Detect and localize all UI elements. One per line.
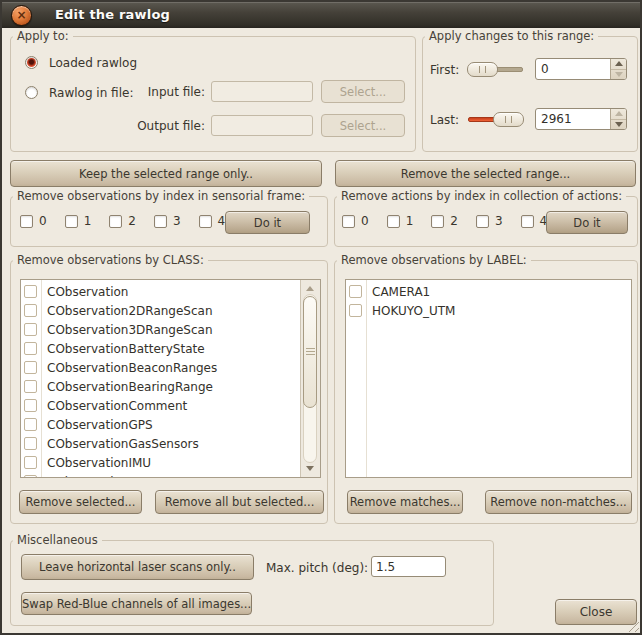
window-close-button[interactable]: × xyxy=(11,5,32,26)
class-name-label: CObservationImage xyxy=(47,475,166,479)
checkbox[interactable] xyxy=(65,215,78,228)
first-spinbox[interactable]: 0 xyxy=(535,58,627,80)
remove-non-matches-button[interactable]: Remove non-matches... xyxy=(485,490,632,514)
swap-red-blue-button[interactable]: Swap Red-Blue channels of all images... xyxy=(21,592,252,615)
class-list-item[interactable]: CObservationImage xyxy=(21,472,301,478)
select-input-button[interactable]: Select... xyxy=(321,80,405,103)
checkbox[interactable] xyxy=(20,215,33,228)
last-spin-up-button[interactable] xyxy=(611,109,626,119)
sensorial-index-item[interactable]: 3 xyxy=(154,214,181,228)
class-list-item[interactable]: CObservationGasSensors xyxy=(21,434,301,453)
radio-loaded-rawlog-label: Loaded rawlog xyxy=(49,56,137,70)
max-pitch-value: 1.5 xyxy=(376,560,395,574)
sensorial-index-item[interactable]: 4 xyxy=(199,214,226,228)
actions-index-legend: Remove actions by index in collection of… xyxy=(337,189,626,203)
label-list-item[interactable]: HOKUYO_UTM xyxy=(346,301,631,320)
checkbox[interactable] xyxy=(24,418,37,431)
select-output-button[interactable]: Select... xyxy=(321,114,405,137)
actions-index-item[interactable]: 0 xyxy=(342,214,369,228)
sensor-label: CAMERA1 xyxy=(372,285,430,299)
checkbox[interactable] xyxy=(387,215,400,228)
remove-all-but-selected-button[interactable]: Remove all but selected... xyxy=(155,490,324,514)
class-list-item[interactable]: CObservation3DRangeScan xyxy=(21,320,301,339)
scroll-up-icon[interactable] xyxy=(306,286,314,291)
remove-selected-button[interactable]: Remove selected... xyxy=(19,490,142,514)
class-list-item[interactable]: CObservationBatteryState xyxy=(21,339,301,358)
last-slider[interactable] xyxy=(467,112,524,126)
scrollbar-thumb[interactable] xyxy=(303,296,317,408)
sensorial-index-item[interactable]: 0 xyxy=(20,214,47,228)
checkbox[interactable] xyxy=(24,456,37,469)
checkbox[interactable] xyxy=(199,215,212,228)
label-checklist[interactable]: CAMERA1 HOKUYO_UTM xyxy=(345,279,632,478)
class-list-item[interactable]: CObservation2DRangeScan xyxy=(21,301,301,320)
index-label: 0 xyxy=(39,214,47,228)
first-slider-track[interactable] xyxy=(494,67,523,72)
last-spinbox[interactable]: 2961 xyxy=(535,108,627,130)
actions-index-item[interactable]: 1 xyxy=(387,214,414,228)
last-spin-buttons xyxy=(610,109,626,129)
window-title: Edit the rawlog xyxy=(55,7,170,22)
class-name-label: CObservationGasSensors xyxy=(47,437,199,451)
class-list-item[interactable]: CObservationComment xyxy=(21,396,301,415)
checkbox[interactable] xyxy=(24,437,37,450)
checkbox[interactable] xyxy=(24,304,37,317)
first-spin-buttons xyxy=(610,59,626,79)
class-list-item[interactable]: CObservationBearingRange xyxy=(21,377,301,396)
checkbox[interactable] xyxy=(349,285,362,298)
actions-index-item[interactable]: 2 xyxy=(431,214,458,228)
close-button[interactable]: Close xyxy=(555,599,637,625)
first-slider-thumb[interactable] xyxy=(467,62,498,77)
checkbox[interactable] xyxy=(24,323,37,336)
sensorial-do-it-button[interactable]: Do it xyxy=(225,211,310,234)
first-spin-up-button[interactable] xyxy=(611,59,626,69)
actions-index-item[interactable]: 3 xyxy=(476,214,503,228)
index-label: 3 xyxy=(495,214,503,228)
last-spin-value: 2961 xyxy=(536,112,610,126)
range-group: Apply changes to this range: First: 0 La… xyxy=(422,36,638,152)
class-list-item[interactable]: CObservationBeaconRanges xyxy=(21,358,301,377)
checkbox[interactable] xyxy=(109,215,122,228)
checkbox[interactable] xyxy=(24,285,37,298)
index-label: 1 xyxy=(406,214,414,228)
scroll-down-icon[interactable] xyxy=(306,466,314,471)
class-name-label: CObservationBeaconRanges xyxy=(47,361,217,375)
first-spin-down-button[interactable] xyxy=(611,69,626,80)
class-list-scrollbar[interactable] xyxy=(300,280,320,477)
radio-loaded-rawlog[interactable] xyxy=(25,56,38,69)
checkbox[interactable] xyxy=(476,215,489,228)
sensorial-index-item[interactable]: 2 xyxy=(109,214,136,228)
radio-rawlog-in-file[interactable] xyxy=(25,86,38,99)
sensorial-index-item[interactable]: 1 xyxy=(65,214,92,228)
checkbox[interactable] xyxy=(154,215,167,228)
class-list-item[interactable]: CObservationIMU xyxy=(21,453,301,472)
first-slider[interactable] xyxy=(467,62,524,76)
checkbox[interactable] xyxy=(342,215,355,228)
checkbox[interactable] xyxy=(24,342,37,355)
checkbox[interactable] xyxy=(349,304,362,317)
keep-selected-range-button[interactable]: Keep the selected range only.. xyxy=(10,160,322,187)
checkbox[interactable] xyxy=(24,361,37,374)
input-file-field[interactable] xyxy=(211,81,313,102)
checkbox[interactable] xyxy=(24,475,37,478)
checkbox[interactable] xyxy=(24,380,37,393)
output-file-field[interactable] xyxy=(211,115,313,136)
actions-do-it-button[interactable]: Do it xyxy=(546,211,628,234)
slider-grip-icon xyxy=(505,116,512,123)
max-pitch-field[interactable]: 1.5 xyxy=(371,556,446,577)
class-list-item[interactable]: CObservationGPS xyxy=(21,415,301,434)
remove-selected-range-button[interactable]: Remove the selected range... xyxy=(335,160,636,187)
label-list-item[interactable]: CAMERA1 xyxy=(346,282,631,301)
checkbox[interactable] xyxy=(24,399,37,412)
checkbox[interactable] xyxy=(521,215,534,228)
sensor-label: HOKUYO_UTM xyxy=(372,304,455,318)
class-checklist[interactable]: CObservation CObservation2DRangeScan COb… xyxy=(20,279,321,478)
last-slider-thumb[interactable] xyxy=(493,112,524,127)
class-list-item[interactable]: CObservation xyxy=(21,282,301,301)
input-file-label: Input file: xyxy=(121,85,205,99)
checkbox[interactable] xyxy=(431,215,444,228)
leave-horizontal-scans-button[interactable]: Leave horizontal laser scans only.. xyxy=(21,554,254,580)
actions-index-item[interactable]: 4 xyxy=(521,214,548,228)
remove-matches-button[interactable]: Remove matches... xyxy=(347,490,463,514)
last-spin-down-button[interactable] xyxy=(611,119,626,130)
